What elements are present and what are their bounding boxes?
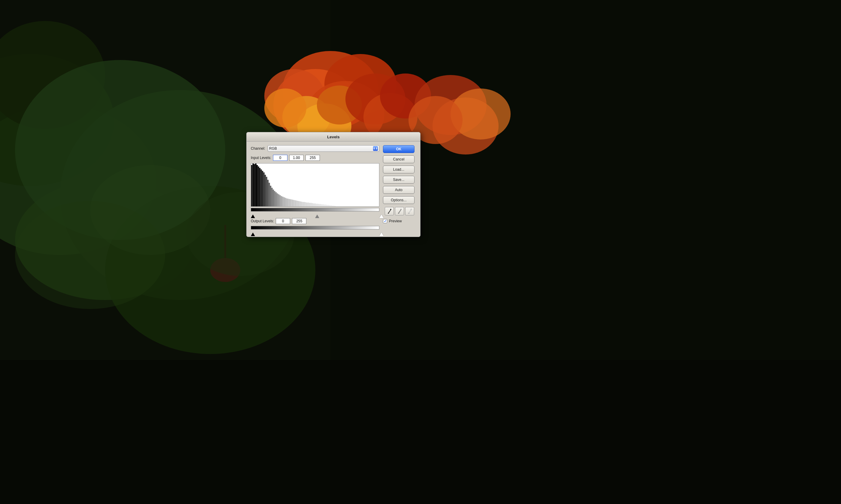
- svg-rect-101: [398, 213, 399, 214]
- output-slider-track[interactable]: [251, 226, 379, 230]
- svg-rect-60: [289, 199, 290, 206]
- svg-rect-34: [254, 164, 255, 206]
- svg-rect-45: [269, 183, 270, 206]
- svg-rect-51: [277, 194, 278, 206]
- svg-rect-58: [286, 198, 288, 206]
- svg-rect-69: [301, 202, 302, 206]
- dialog-controls: Channel: RGB ⬆⬇ Input Levels:: [251, 145, 379, 233]
- svg-rect-37: [258, 166, 259, 206]
- input-slider-row: [251, 208, 379, 215]
- svg-rect-78: [313, 203, 314, 206]
- svg-rect-43: [266, 177, 267, 206]
- svg-rect-67: [298, 201, 299, 206]
- svg-rect-74: [308, 202, 309, 206]
- svg-rect-64: [294, 200, 295, 206]
- svg-rect-40: [262, 171, 263, 206]
- white-eyedropper-button[interactable]: [405, 207, 414, 215]
- svg-rect-91: [331, 205, 332, 206]
- svg-rect-87: [325, 204, 326, 206]
- svg-rect-49: [274, 191, 275, 206]
- svg-rect-61: [290, 199, 291, 206]
- dialog-title: Levels: [327, 135, 340, 139]
- svg-rect-44: [267, 180, 269, 206]
- input-levels-row: Input Levels:: [251, 155, 379, 161]
- svg-point-100: [400, 209, 401, 210]
- svg-rect-41: [263, 173, 264, 206]
- svg-rect-83: [320, 204, 321, 206]
- svg-rect-55: [282, 197, 283, 206]
- svg-rect-75: [309, 203, 310, 206]
- input-gamma-field[interactable]: [289, 155, 304, 161]
- svg-rect-59: [288, 199, 289, 206]
- gray-eyedropper-button[interactable]: [395, 207, 404, 215]
- channel-value: RGB: [269, 146, 277, 150]
- svg-rect-88: [326, 205, 328, 206]
- input-levels-label: Input Levels:: [251, 156, 271, 160]
- svg-rect-81: [317, 204, 319, 206]
- ok-button[interactable]: OK: [383, 145, 414, 153]
- svg-rect-89: [328, 205, 329, 206]
- black-eyedropper-button[interactable]: [385, 207, 394, 215]
- svg-rect-94: [334, 206, 336, 206]
- levels-dialog: Levels Channel: RGB ⬆⬇ Input Levels:: [246, 132, 420, 237]
- svg-rect-46: [270, 186, 271, 206]
- auto-button[interactable]: Auto: [383, 186, 414, 194]
- svg-rect-36: [257, 165, 258, 206]
- svg-rect-68: [299, 201, 301, 206]
- output-black-field[interactable]: [276, 218, 290, 224]
- svg-rect-82: [319, 204, 320, 206]
- svg-rect-47: [271, 188, 272, 206]
- options-button[interactable]: Options...: [383, 196, 414, 204]
- svg-rect-53: [279, 195, 280, 206]
- dialog-titlebar: Levels: [246, 132, 420, 142]
- output-levels-row: Output Levels:: [251, 218, 379, 224]
- channel-dropdown[interactable]: RGB ⬆⬇: [268, 145, 379, 152]
- svg-rect-90: [329, 205, 330, 206]
- output-white-field[interactable]: [292, 218, 306, 224]
- svg-point-16: [264, 89, 306, 127]
- svg-point-103: [411, 209, 412, 210]
- svg-rect-86: [324, 204, 325, 206]
- svg-rect-30: [0, 360, 841, 504]
- svg-rect-63: [293, 200, 294, 206]
- svg-rect-92: [332, 205, 333, 206]
- svg-rect-42: [264, 175, 266, 206]
- svg-point-97: [390, 209, 391, 210]
- svg-rect-93: [333, 205, 334, 206]
- preview-label: Preview: [389, 219, 402, 223]
- dialog-buttons: OK Cancel Load... Save... Auto Options..…: [383, 145, 416, 233]
- svg-rect-70: [302, 202, 303, 206]
- histogram: [251, 163, 379, 207]
- chevron-icon: ⬆⬇: [373, 147, 378, 150]
- black-eyedropper-icon: [387, 209, 392, 214]
- svg-rect-73: [306, 202, 308, 206]
- load-button[interactable]: Load...: [383, 166, 414, 174]
- preview-checkbox[interactable]: [383, 219, 387, 223]
- eyedropper-row: [383, 207, 416, 215]
- output-slider-row: [251, 226, 379, 233]
- save-button[interactable]: Save...: [383, 176, 414, 184]
- white-eyedropper-icon: [407, 209, 412, 214]
- cancel-button[interactable]: Cancel: [383, 156, 414, 163]
- svg-rect-56: [284, 197, 285, 206]
- svg-rect-57: [285, 198, 286, 206]
- svg-rect-48: [273, 190, 274, 206]
- gray-eyedropper-icon: [397, 209, 402, 214]
- svg-rect-72: [305, 202, 306, 206]
- output-levels-label: Output Levels:: [251, 219, 274, 223]
- svg-point-28: [15, 201, 165, 309]
- svg-rect-39: [260, 169, 262, 206]
- channel-label: Channel:: [251, 146, 265, 150]
- input-black-field[interactable]: [273, 155, 288, 161]
- svg-rect-84: [321, 204, 322, 206]
- photo-background: [0, 0, 841, 504]
- svg-rect-66: [297, 201, 298, 206]
- svg-rect-50: [275, 192, 277, 206]
- preview-row[interactable]: Preview: [383, 219, 416, 223]
- input-white-field[interactable]: [306, 155, 320, 161]
- svg-rect-32: [251, 165, 252, 206]
- channel-dropdown-arrow: ⬆⬇: [373, 146, 378, 151]
- dialog-body: Channel: RGB ⬆⬇ Input Levels:: [246, 142, 420, 237]
- svg-rect-65: [295, 200, 297, 206]
- input-slider-track[interactable]: [251, 208, 379, 212]
